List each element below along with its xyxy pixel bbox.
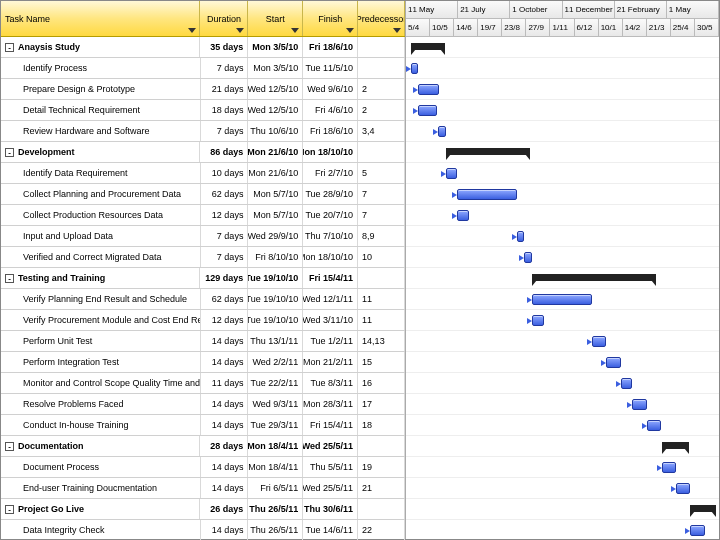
duration-cell[interactable]: 14 days [201, 415, 249, 435]
task-gantt-bar[interactable] [411, 63, 419, 74]
task-gantt-bar[interactable] [418, 84, 439, 95]
task-name-cell[interactable]: -Anaysis Study [1, 37, 200, 57]
task-name-cell[interactable]: Identify Process [1, 58, 201, 78]
column-header-duration[interactable]: Duration [200, 1, 248, 36]
start-cell[interactable]: Wed 12/5/10 [248, 100, 303, 120]
finish-cell[interactable]: Tue 8/3/11 [303, 373, 358, 393]
start-cell[interactable]: Tue 29/3/11 [248, 415, 303, 435]
table-row[interactable]: Identify Data Requirement10 daysMon 21/6… [1, 163, 405, 184]
duration-cell[interactable]: 26 days [200, 499, 248, 519]
summary-gantt-bar[interactable] [662, 442, 690, 449]
finish-cell[interactable]: Mon 18/10/10 [303, 247, 358, 267]
duration-cell[interactable]: 14 days [201, 520, 249, 540]
table-row[interactable]: -Project Go Live26 daysThu 26/5/11Thu 30… [1, 499, 405, 520]
task-name-cell[interactable]: -Testing and Training [1, 268, 200, 288]
task-gantt-bar[interactable] [647, 420, 661, 431]
table-row[interactable]: Collect Planning and Procurement Data62 … [1, 184, 405, 205]
task-name-cell[interactable]: -Project Go Live [1, 499, 200, 519]
duration-cell[interactable]: 18 days [201, 100, 249, 120]
sort-arrow-icon[interactable] [236, 28, 244, 33]
pred-cell[interactable]: 2 [358, 100, 405, 120]
finish-cell[interactable]: Fri 2/7/10 [303, 163, 358, 183]
summary-gantt-bar[interactable] [411, 43, 445, 50]
table-row[interactable]: End-user Training Doucmentation14 daysFr… [1, 478, 405, 499]
collapse-toggle-icon[interactable]: - [5, 442, 14, 451]
pred-cell[interactable]: 22 [358, 520, 405, 540]
pred-cell[interactable]: 14,13 [358, 331, 405, 351]
table-row[interactable]: Verify Procurement Module and Cost End R… [1, 310, 405, 331]
finish-cell[interactable]: Wed 3/11/10 [303, 310, 358, 330]
duration-cell[interactable]: 14 days [201, 331, 249, 351]
table-row[interactable]: -Anaysis Study35 daysMon 3/5/10Fri 18/6/… [1, 37, 405, 58]
task-gantt-bar[interactable] [662, 462, 676, 473]
task-name-cell[interactable]: Verify Planning End Result and Schedule [1, 289, 201, 309]
finish-cell[interactable]: Fri 15/4/11 [303, 268, 358, 288]
duration-cell[interactable]: 7 days [201, 58, 249, 78]
table-row[interactable]: Perform Unit Test14 daysThu 13/1/11Tue 1… [1, 331, 405, 352]
task-gantt-bar[interactable] [532, 294, 592, 305]
table-row[interactable]: Perform Integration Test14 daysWed 2/2/1… [1, 352, 405, 373]
duration-cell[interactable]: 21 days [201, 79, 249, 99]
start-cell[interactable]: Thu 13/1/11 [248, 331, 303, 351]
task-name-cell[interactable]: Verify Procurement Module and Cost End R… [1, 310, 201, 330]
start-cell[interactable]: Thu 10/6/10 [248, 121, 303, 141]
task-gantt-bar[interactable] [438, 126, 446, 137]
collapse-toggle-icon[interactable]: - [5, 505, 14, 514]
start-cell[interactable]: Mon 21/6/10 [248, 142, 303, 162]
summary-gantt-bar[interactable] [690, 505, 716, 512]
finish-cell[interactable]: Wed 9/6/10 [303, 79, 358, 99]
pred-cell[interactable]: 7 [358, 184, 405, 204]
finish-cell[interactable]: Tue 20/7/10 [303, 205, 358, 225]
duration-cell[interactable]: 10 days [201, 163, 249, 183]
task-gantt-bar[interactable] [418, 105, 436, 116]
pred-cell[interactable]: 15 [358, 352, 405, 372]
finish-cell[interactable]: Thu 5/5/11 [303, 457, 358, 477]
task-gantt-bar[interactable] [446, 168, 457, 179]
pred-cell[interactable]: 3,4 [358, 121, 405, 141]
task-gantt-bar[interactable] [457, 189, 517, 200]
pred-cell[interactable]: 5 [358, 163, 405, 183]
task-gantt-bar[interactable] [532, 315, 544, 326]
table-row[interactable]: Identify Process7 daysMon 3/5/10Tue 11/5… [1, 58, 405, 79]
table-row[interactable]: Document Process14 daysMon 18/4/11Thu 5/… [1, 457, 405, 478]
start-cell[interactable]: Tue 19/10/10 [248, 310, 303, 330]
finish-cell[interactable]: Mon 18/10/10 [303, 142, 358, 162]
start-cell[interactable]: Mon 3/5/10 [248, 37, 303, 57]
finish-cell[interactable]: Tue 1/2/11 [303, 331, 358, 351]
finish-cell[interactable]: Thu 30/6/11 [303, 499, 358, 519]
task-name-cell[interactable]: End-user Training Doucmentation [1, 478, 201, 498]
task-gantt-bar[interactable] [606, 357, 620, 368]
task-name-cell[interactable]: Prepare Design & Prototype [1, 79, 201, 99]
pred-cell[interactable]: 17 [358, 394, 405, 414]
task-gantt-bar[interactable] [592, 336, 606, 347]
task-name-cell[interactable]: Perform Integration Test [1, 352, 201, 372]
pred-cell[interactable] [358, 436, 405, 456]
duration-cell[interactable]: 14 days [201, 394, 249, 414]
table-row[interactable]: Verified and Correct Migrated Data7 days… [1, 247, 405, 268]
finish-cell[interactable]: Fri 18/6/10 [303, 37, 358, 57]
table-row[interactable]: -Documentation28 daysMon 18/4/11Wed 25/5… [1, 436, 405, 457]
table-row[interactable]: Resolve Problems Faced14 daysWed 9/3/11M… [1, 394, 405, 415]
task-name-cell[interactable]: Collect Production Resources Data [1, 205, 201, 225]
start-cell[interactable]: Mon 18/4/11 [248, 457, 303, 477]
finish-cell[interactable]: Fri 18/6/10 [303, 121, 358, 141]
table-row[interactable]: -Testing and Training129 daysTue 19/10/1… [1, 268, 405, 289]
task-gantt-bar[interactable] [632, 399, 646, 410]
duration-cell[interactable]: 14 days [201, 352, 249, 372]
table-row[interactable]: Detail Technical Requirement18 daysWed 1… [1, 100, 405, 121]
collapse-toggle-icon[interactable]: - [5, 274, 14, 283]
start-cell[interactable]: Tue 19/10/10 [248, 268, 303, 288]
pred-cell[interactable] [358, 37, 405, 57]
task-name-cell[interactable]: -Documentation [1, 436, 200, 456]
finish-cell[interactable]: Wed 25/5/11 [303, 478, 358, 498]
pred-cell[interactable]: 11 [358, 310, 405, 330]
start-cell[interactable]: Fri 6/5/11 [248, 478, 303, 498]
duration-cell[interactable]: 7 days [201, 121, 249, 141]
table-row[interactable]: Collect Production Resources Data12 days… [1, 205, 405, 226]
start-cell[interactable]: Thu 26/5/11 [248, 499, 303, 519]
task-name-cell[interactable]: Monitor and Control Scope Quality Time a… [1, 373, 201, 393]
start-cell[interactable]: Wed 2/2/11 [248, 352, 303, 372]
start-cell[interactable]: Mon 3/5/10 [248, 58, 303, 78]
sort-arrow-icon[interactable] [346, 28, 354, 33]
pred-cell[interactable]: 18 [358, 415, 405, 435]
